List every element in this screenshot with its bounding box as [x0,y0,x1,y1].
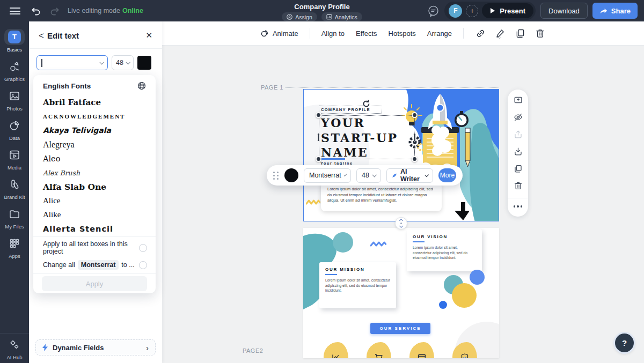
our-service-button[interactable]: OUR SERVICE [370,323,430,334]
change-all-radio[interactable] [139,261,147,269]
font-option[interactable]: Allerta Stencil [33,222,156,236]
sidebar-item-my-files[interactable]: My Files [1,203,28,232]
yellow-zigzag [306,198,320,205]
data-pie-icon [8,119,21,132]
sidebar-item-graphics[interactable]: Graphics [1,55,28,85]
topbar-actions: F + Present Download Share [427,3,638,19]
font-option[interactable]: Alex Brush [33,166,156,180]
hide-page-icon[interactable] [513,112,523,122]
apply-all-option: Apply to all text boxes in this project [43,240,147,255]
blue-zigzag [370,241,386,247]
trash-icon[interactable] [535,28,546,39]
delete-page-icon[interactable] [513,181,523,191]
present-button[interactable]: Present [482,3,533,18]
page-resize-handle[interactable] [395,217,407,229]
share-button[interactable]: Share [592,3,638,19]
selection-handle-w[interactable] [317,133,320,142]
service-blob-browser [409,342,434,358]
font-option[interactable]: ACKNOWLEDGEMENT [33,109,156,123]
effects-button[interactable]: Effects [356,29,377,38]
back-icon[interactable]: < [39,31,44,40]
sidebar-item-brand-kit[interactable]: Brand Kit [1,173,28,203]
download-button[interactable]: Download [540,3,588,19]
help-button[interactable]: ? [615,334,634,352]
font-option[interactable]: Akaya Telivigala [33,123,156,137]
arrange-button[interactable]: Arrange [427,29,452,38]
apply-all-radio[interactable] [139,244,147,252]
service-blob-chart [324,342,348,358]
selection-handle-e[interactable] [413,133,416,142]
analytics-button[interactable]: Analytics [321,12,362,21]
sidebar-item-media[interactable]: Media [1,144,28,173]
font-option[interactable]: Alfa Slab One [33,180,156,194]
animate-button[interactable]: Animate [260,29,298,38]
globe-icon[interactable] [137,82,146,90]
page-actions-rail [508,90,528,217]
magic-brush-icon[interactable] [495,28,506,39]
avatar[interactable]: F [449,4,462,18]
photos-icon [8,90,21,102]
sidebar-item-data[interactable]: Data [1,114,28,144]
font-option[interactable]: Alegreya [33,138,156,152]
duplicate-page-icon[interactable] [513,164,523,174]
font-option[interactable]: Alice [33,194,156,208]
selection-handle-se[interactable] [412,156,418,162]
vision-card[interactable]: OUR VISION Lorem ipsum dolor sit amet, c… [407,229,482,271]
pencil-icon [465,128,470,132]
sidebar-item-photos[interactable]: Photos [1,85,28,114]
selection-handle-sw[interactable] [316,156,321,162]
apply-button[interactable]: Apply [42,276,147,291]
sidebar-item-basics[interactable]: T Basics [1,26,28,55]
font-search-input[interactable] [36,55,108,70]
mission-card[interactable]: OUR MISSION Lorem ipsum dolor sit amet, … [319,262,396,308]
page1-guide-line [285,87,499,88]
add-page-icon[interactable] [513,95,523,105]
download-page-icon[interactable] [513,146,523,157]
chevron-right-icon: › [146,343,149,352]
add-collaborator-button[interactable]: + [466,5,478,17]
blue-circle [470,270,485,285]
close-icon[interactable]: ✕ [145,31,152,40]
text-color-swatch[interactable] [137,56,151,70]
link-icon[interactable] [475,28,486,39]
dynamic-fields-button[interactable]: Dynamic Fields › [35,339,156,355]
assign-button[interactable]: Assign [282,12,317,21]
chevron-down-icon [99,60,104,64]
share-arrow-icon [599,8,608,14]
hotspots-button[interactable]: Hotspots [389,29,416,38]
font-size-dropdown[interactable]: 48 [112,55,134,70]
kicker-textbox[interactable]: COMPANY PROFILE [319,106,382,114]
page2[interactable]: OUR VISION Lorem ipsum dolor sit amet, c… [303,228,499,358]
small-blue-circle [439,301,447,309]
animate-icon [260,29,269,38]
change-all-option: Change all Montserrat to ... [43,257,147,272]
ai-hub-icon [8,338,21,351]
sidebar-item-apps[interactable]: Apps [1,232,28,262]
font-size-dropdown[interactable]: 48 [356,168,381,183]
more-options-icon[interactable] [514,205,523,208]
comments-icon[interactable] [427,5,440,17]
floating-text-toolbar: Montserrat 48 AI Writer More [267,165,463,186]
page1[interactable]: COMPANY PROFILE YOUR START-UP NAME Your … [303,89,499,221]
align-to-button[interactable]: Align to [321,29,345,38]
rotate-handle-icon[interactable] [362,99,371,108]
page2-label: PAGE2 [243,347,263,354]
font-option[interactable]: Alike [33,208,156,222]
panel-title: Edit text [47,31,79,40]
startup-name-title[interactable]: YOUR START-UP NAME [321,116,398,160]
body-text-card[interactable]: Lorem ipsum dolor sit amet, consectetur … [321,183,442,211]
selection-handle-ne[interactable] [412,112,418,118]
font-option[interactable]: Abril Fatface [33,95,156,109]
font-family-dropdown[interactable]: Montserrat [304,168,351,183]
current-font-chip: Montserrat [78,260,119,270]
font-option[interactable]: Aleo [33,152,156,166]
ai-writer-dropdown[interactable]: AI Writer [386,168,433,183]
text-color-button[interactable] [284,168,298,182]
duplicate-icon[interactable] [515,28,526,39]
sidebar-item-ai-hub[interactable]: AI Hub [1,334,28,363]
selection-handle-nw[interactable] [316,112,321,118]
share-page-icon[interactable] [513,129,523,139]
more-button[interactable]: More [438,168,456,182]
text-caret [41,59,42,67]
drag-handle-icon[interactable] [273,172,279,180]
